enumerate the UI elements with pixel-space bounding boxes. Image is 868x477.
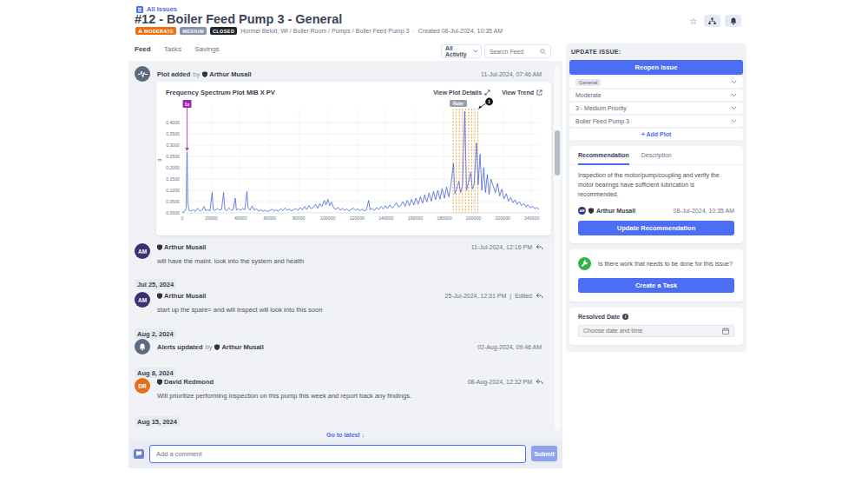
tab-savings[interactable]: Savings xyxy=(194,45,219,63)
feed-scrollbar-track[interactable] xyxy=(555,65,560,430)
comment-input[interactable] xyxy=(149,445,526,463)
resolved-date-label: Resolved Date xyxy=(578,314,620,320)
tab-recommendation[interactable]: Recommendation xyxy=(578,152,629,165)
frequency-spectrum-chart[interactable]: 0200004000060000800001000001200001400001… xyxy=(156,96,551,230)
info-icon[interactable]: i xyxy=(622,314,628,320)
recommendation-text: Inspection of the motor/pump/coupling an… xyxy=(569,165,743,200)
comment-header: David Redmond 08-Aug-2024, 12:32 PM xyxy=(157,378,543,386)
comment-user: David Redmond xyxy=(157,378,214,386)
sidebar-heading: UPDATE ISSUE: xyxy=(571,49,743,55)
comment-bubble-icon[interactable] xyxy=(134,449,144,459)
created-timestamp: Created 08-Jul-2024, 10:35 AM xyxy=(418,28,503,34)
star-button[interactable]: ☆ xyxy=(687,15,700,27)
priority-badge: MEDIUM xyxy=(180,27,207,35)
chart-title: Frequency Spectrum Plot MIB X PV xyxy=(166,89,275,96)
issue-page: All Issues #12 - Boiler Feed Pump 3 - Ge… xyxy=(0,0,868,477)
view-plot-details-link[interactable]: View Plot Details xyxy=(433,89,490,96)
asset-value: Boiler Feed Pump 3 xyxy=(575,118,629,124)
issue-type-select[interactable]: General xyxy=(569,76,743,88)
date-divider: Aug 8, 2024 xyxy=(135,368,176,378)
chevron-down-icon xyxy=(731,80,737,84)
resolved-date-card: Resolved Date i xyxy=(569,308,743,345)
submit-comment-button[interactable]: Submit xyxy=(531,446,557,461)
chevron-down-icon xyxy=(731,119,737,123)
pulse-icon xyxy=(138,70,148,78)
create-task-card: Is there work that needs to be done for … xyxy=(569,249,743,301)
view-trend-label: View Trend xyxy=(502,89,534,96)
comment-user: Arthur Musall xyxy=(157,243,206,251)
activity-filter-select[interactable]: All Activity xyxy=(441,44,482,58)
svg-text:0.2500: 0.2500 xyxy=(166,154,180,159)
svg-text:0.3500: 0.3500 xyxy=(166,131,180,136)
recommendation-author: AM Arthur Musall 08-Jul-2024, 10:35 AM xyxy=(569,200,743,215)
bell-icon xyxy=(730,17,737,25)
task-prompt: Is there work that needs to be done for … xyxy=(598,261,733,267)
chart-links: View Plot Details View Trend xyxy=(433,89,542,96)
svg-text:0.2000: 0.2000 xyxy=(166,165,180,170)
update-issue-sidebar: UPDATE ISSUE: Reopen Issue General Moder… xyxy=(566,43,746,352)
update-recommendation-button[interactable]: Update Recommendation xyxy=(578,221,734,235)
event-by: by xyxy=(206,343,213,351)
tab-description[interactable]: Description xyxy=(641,152,672,164)
author-timestamp: 08-Jul-2024, 10:35 AM xyxy=(674,208,734,214)
resolved-date-field[interactable] xyxy=(578,325,734,337)
issue-meta: MODERATE MEDIUM CLOSED Hormel Beloit, WI… xyxy=(135,27,503,35)
comment-meta: 11-Jul-2024, 12:16 PM xyxy=(471,244,543,250)
notifications-button[interactable] xyxy=(725,15,741,27)
view-trend-link[interactable]: View Trend xyxy=(502,89,542,96)
event-user-name: Arthur Musall xyxy=(209,70,251,78)
svg-text:120000: 120000 xyxy=(350,215,365,221)
event-user-name: Arthur Musall xyxy=(221,343,263,351)
go-to-latest-link[interactable]: Go to latest ↓ xyxy=(128,432,562,438)
tab-tasks[interactable]: Tasks xyxy=(164,45,181,63)
tab-feed[interactable]: Feed xyxy=(135,45,151,63)
search-input[interactable] xyxy=(490,49,540,55)
shield-icon xyxy=(157,379,162,385)
edited-label: Edited xyxy=(515,293,532,299)
priority-select[interactable]: 3 - Medium Priority xyxy=(569,103,743,114)
hierarchy-button[interactable] xyxy=(704,15,720,27)
feed-tabs: Feed Tasks Savings xyxy=(135,45,220,63)
svg-text:0.0000: 0.0000 xyxy=(166,210,180,215)
recommendation-tabs: Recommendation Description xyxy=(569,146,743,165)
feed-search xyxy=(484,44,551,58)
reply-icon[interactable] xyxy=(536,244,543,250)
meta-separator: · xyxy=(412,28,414,34)
resolved-date-input[interactable] xyxy=(583,328,722,334)
asset-path: Hormel Beloit, WI / Boiler Room / Pumps … xyxy=(240,28,409,34)
chevron-down-icon xyxy=(731,106,737,110)
severity-value: Moderate xyxy=(575,92,602,98)
comment-timestamp: 08-Aug-2024, 12:32 PM xyxy=(468,379,532,385)
avatar: AM xyxy=(578,207,586,215)
svg-text:240000: 240000 xyxy=(524,215,539,221)
date-divider: Aug 15, 2024 xyxy=(135,416,180,427)
create-task-button[interactable]: Create a Task xyxy=(578,278,734,293)
activity-filter-value: All Activity xyxy=(445,45,473,57)
comment-user-name: David Redmond xyxy=(164,378,214,386)
view-plot-details-label: View Plot Details xyxy=(433,89,482,96)
svg-text:0.0500: 0.0500 xyxy=(166,199,180,204)
comment-item: AM Arthur Musall 25-Jul-2024, 12:31 PM |… xyxy=(135,292,543,314)
severity-select[interactable]: Moderate xyxy=(569,89,743,101)
reopen-issue-button[interactable]: Reopen Issue xyxy=(569,60,743,75)
date-divider: Aug 2, 2024 xyxy=(135,328,176,339)
priority-value: 3 - Medium Priority xyxy=(575,105,627,111)
event-action: Alerts updated xyxy=(157,343,203,351)
bell-icon xyxy=(139,343,146,351)
avatar: AM xyxy=(135,292,150,308)
feed-scrollbar-thumb[interactable] xyxy=(555,130,560,176)
task-prompt-row: Is there work that needs to be done for … xyxy=(578,257,734,270)
svg-text:200000: 200000 xyxy=(466,215,481,221)
hierarchy-icon xyxy=(708,17,716,25)
reply-icon[interactable] xyxy=(536,293,543,299)
event-by: by xyxy=(193,70,200,78)
svg-text:g: g xyxy=(156,158,161,161)
alert-event-avatar xyxy=(135,339,150,354)
warning-triangle-icon xyxy=(138,29,142,33)
asset-select[interactable]: Boiler Feed Pump 3 xyxy=(569,116,743,127)
comment-composer: Submit xyxy=(128,439,562,468)
add-plot-button[interactable]: + Add Plot xyxy=(569,129,743,140)
event-timestamp: 11-Jul-2024, 07:46 AM xyxy=(481,71,542,77)
event-user: Arthur Musall xyxy=(202,70,251,78)
reply-icon[interactable] xyxy=(536,379,543,385)
